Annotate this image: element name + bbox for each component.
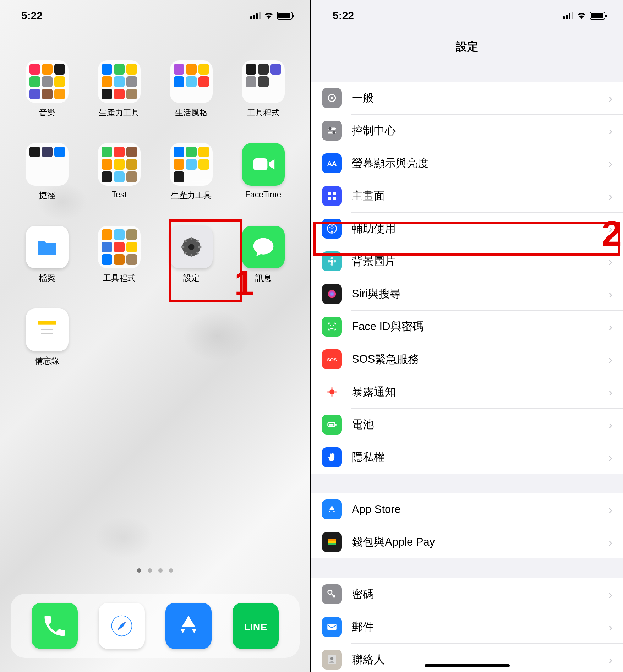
app-生活風格[interactable]: 生活風格 [162, 60, 220, 118]
app-捷徑[interactable]: 捷徑 [18, 143, 76, 201]
files-icon [26, 226, 69, 268]
annotation-2: 2 [602, 213, 622, 254]
settings-label: SOS緊急服務 [352, 352, 608, 367]
settings-row-siri[interactable]: Siri與搜尋› [311, 278, 623, 310]
chevron-right-icon: › [608, 588, 612, 601]
svg-rect-11 [38, 321, 56, 325]
mail-icon [322, 617, 342, 637]
settings-row-wallet[interactable]: 錢包與Apple Pay› [311, 526, 623, 558]
chevron-right-icon: › [608, 91, 612, 105]
line-app[interactable]: LINE [233, 603, 279, 649]
app-生產力工具[interactable]: 生產力工具 [90, 60, 148, 118]
app-音樂[interactable]: 音樂 [18, 60, 76, 118]
battery-icon [322, 415, 342, 435]
settings-row-hand[interactable]: 隱私權› [311, 441, 623, 474]
settings-row-battery[interactable]: 電池› [311, 408, 623, 441]
chevron-right-icon: › [608, 189, 612, 203]
folder-icon [98, 60, 141, 103]
svg-text:SOS: SOS [327, 357, 337, 362]
highlight-1 [169, 219, 242, 302]
svg-text:AA: AA [327, 160, 337, 167]
svg-point-31 [330, 260, 334, 263]
settings-row-gear[interactable]: 一般› [311, 82, 623, 114]
app-工具程式[interactable]: 工具程式 [90, 226, 148, 284]
battery-icon [277, 12, 293, 20]
svg-point-34 [328, 260, 330, 262]
app-label: Test [111, 190, 126, 200]
folder-icon [242, 60, 285, 103]
settings-label: 主畫面 [352, 189, 608, 203]
safari-app[interactable] [99, 603, 145, 649]
folder-icon [26, 143, 69, 186]
gear-icon [322, 88, 342, 108]
svg-rect-46 [335, 424, 337, 426]
settings-row-grid[interactable]: 主畫面› [311, 180, 623, 212]
chevron-right-icon: › [608, 287, 612, 301]
faceid-icon [322, 317, 342, 337]
svg-rect-27 [328, 197, 331, 200]
settings-label: 電池 [352, 417, 608, 432]
chevron-right-icon: › [608, 503, 612, 517]
svg-rect-50 [328, 543, 336, 545]
app-label: 生產力工具 [99, 107, 140, 118]
settings-label: 控制中心 [352, 123, 608, 138]
svg-point-36 [328, 290, 336, 298]
chevron-right-icon: › [608, 157, 612, 170]
svg-point-32 [330, 257, 333, 259]
app-label: 訊息 [255, 273, 272, 284]
appstore-app[interactable] [165, 603, 212, 649]
settings-label: 螢幕顯示與亮度 [352, 156, 608, 171]
key-icon [322, 584, 342, 604]
chevron-right-icon: › [608, 124, 612, 138]
settings-row-faceid[interactable]: Face ID與密碼› [311, 310, 623, 343]
settings-row-sos[interactable]: SOSSOS緊急服務› [311, 343, 623, 376]
phone-app[interactable] [32, 603, 78, 649]
settings-row-key[interactable]: 密碼› [311, 578, 623, 611]
svg-point-40 [329, 389, 334, 394]
settings-list[interactable]: 一般›控制中心›AA螢幕顯示與亮度›主畫面›輔助使用›背景圖片›Siri與搜尋›… [311, 82, 623, 672]
app-生產力工具[interactable]: 生產力工具 [162, 143, 220, 201]
svg-rect-47 [329, 424, 334, 426]
svg-rect-52 [327, 624, 337, 630]
app-FaceTime[interactable]: FaceTime [234, 143, 293, 201]
app-label: 工具程式 [103, 273, 136, 284]
wallet-icon [322, 532, 342, 552]
svg-point-22 [328, 127, 332, 130]
app-檔案[interactable]: 檔案 [18, 226, 76, 284]
app-label: 生產力工具 [171, 190, 212, 201]
app-工具程式[interactable]: 工具程式 [234, 60, 293, 118]
home-indicator[interactable] [425, 664, 510, 667]
settings-label: 錢包與Apple Pay [352, 535, 608, 550]
settings-row-covid[interactable]: 暴露通知› [311, 376, 623, 408]
settings-label: 密碼 [352, 587, 608, 602]
settings-row-mail[interactable]: 郵件› [311, 611, 623, 643]
chevron-right-icon: › [608, 320, 612, 334]
signal-icon [250, 12, 261, 19]
settings-title: 設定 [311, 39, 623, 55]
aa-icon: AA [322, 153, 342, 173]
app-label: FaceTime [245, 190, 281, 200]
settings-screen: 5:22 設定 一般›控制中心›AA螢幕顯示與亮度›主畫面›輔助使用›背景圖片›… [311, 0, 623, 672]
status-time: 5:22 [333, 10, 354, 22]
svg-rect-26 [333, 192, 336, 195]
wifi-icon [577, 12, 586, 19]
app-備忘錄[interactable]: 備忘錄 [18, 308, 76, 366]
settings-row-appstore2[interactable]: App Store› [311, 493, 623, 526]
chevron-right-icon: › [608, 535, 612, 549]
sos-icon: SOS [322, 349, 342, 369]
svg-point-38 [333, 325, 334, 326]
app-Test[interactable]: Test [90, 143, 148, 201]
app-label: 備忘錄 [35, 355, 59, 366]
messages-icon [242, 226, 285, 268]
page-indicator[interactable] [0, 568, 310, 573]
chevron-right-icon: › [608, 450, 612, 464]
settings-row-contacts[interactable]: 聯絡人› [311, 643, 623, 672]
chevron-right-icon: › [608, 385, 612, 399]
status-bar: 5:22 [311, 0, 623, 31]
folder-icon [98, 226, 141, 268]
settings-row-aa[interactable]: AA螢幕顯示與亮度› [311, 147, 623, 180]
svg-rect-48 [328, 539, 336, 541]
svg-point-33 [330, 263, 333, 266]
notes-icon [26, 308, 69, 351]
settings-row-switches[interactable]: 控制中心› [311, 114, 623, 147]
